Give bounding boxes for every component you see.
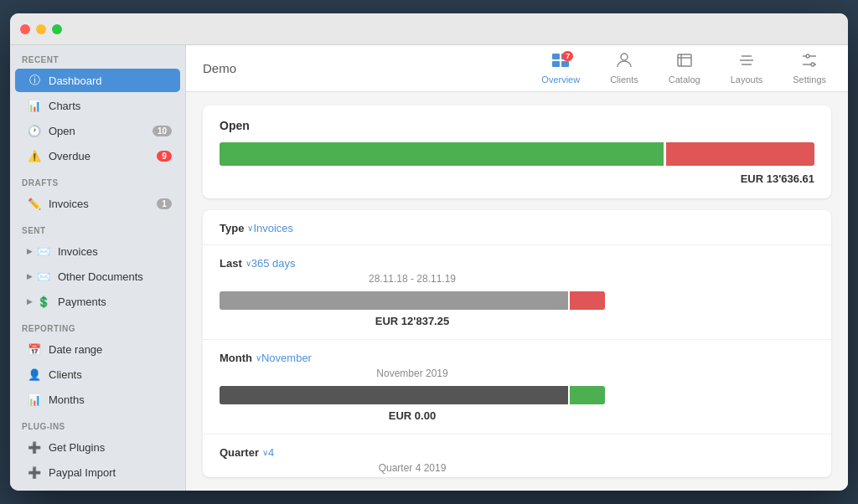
expand-arrow-invoices: ▶ [27,247,33,255]
overdue-icon: ⚠️ [27,148,42,163]
layouts-icon [738,53,755,72]
sidebar-item-invoices-sent[interactable]: ▶ ✉️ Invoices [15,239,180,263]
page-title: Demo [203,61,236,75]
svg-point-4 [621,54,628,60]
drafts-label: DRAFTS [10,168,185,191]
document-icon: ✉️ [36,269,51,284]
last-chevron: ∨ [246,259,251,268]
open-badge: 10 [152,126,172,136]
titlebar [10,13,848,45]
catalog-label: Catalog [669,75,700,85]
maximize-button[interactable] [52,24,62,34]
type-label: Type [220,222,244,234]
sidebar-label-dashboard: Dashboard [49,75,172,87]
sent-label: SENT [10,216,185,239]
stat-quarter-left: Quarter ∨ 4 Quarter 4 2019 EUR 0.00 [220,446,622,477]
sidebar-item-dashboard[interactable]: ⓘ Dashboard [15,69,180,92]
nav-tabs: 7 Overview Clients [536,49,831,88]
sidebar-label-get-plugins: Get Plugins [49,441,172,454]
sidebar-item-open[interactable]: 🕐 Open 10 [15,119,180,142]
sidebar-label-charts: Charts [49,100,172,112]
sidebar-item-date-range[interactable]: 📅 Date range [15,337,180,361]
stat-month-left: Month ∨ November November 2019 EUR 0.00 [220,352,622,422]
stat-section-month: Month ∨ November November 2019 EUR 0.00 [203,340,831,435]
plugins-label: PLUG-INS [10,412,185,435]
stats-header: Type ∨ Invoices [203,210,831,245]
sidebar-item-invoices-draft[interactable]: ✏️ Invoices 1 [15,192,180,215]
month-value[interactable]: November [261,352,312,364]
open-bar-red [666,142,814,166]
last-date: 28.11.18 - 28.11.19 [220,273,605,285]
tab-overview[interactable]: 7 Overview [536,49,585,88]
sidebar-label-open: Open [49,125,152,137]
month-bar-dark [220,386,568,404]
month-bar-green [570,386,605,404]
tab-catalog[interactable]: Catalog [664,49,706,88]
payments-icon: 💲 [36,294,51,309]
sidebar-label-clients: Clients [49,368,172,381]
sidebar-item-payments[interactable]: ▶ 💲 Payments [15,290,180,313]
open-bar [220,142,814,166]
dashboard-icon: ⓘ [27,73,42,88]
sidebar-item-months[interactable]: 📊 Months [15,388,180,411]
month-chevron: ∨ [256,353,261,363]
stats-card: Type ∨ Invoices Last ∨ 365 days [203,210,831,477]
invoices-draft-badge: 1 [157,198,172,209]
months-icon: 📊 [27,392,42,407]
sidebar-item-paypal[interactable]: ➕ Paypal Import [15,460,180,484]
month-date: November 2019 [220,368,605,379]
calendar-icon: 📅 [27,342,42,357]
sidebar-label-date-range: Date range [49,343,172,356]
svg-rect-2 [552,61,560,67]
clients-nav-icon [616,53,633,72]
svg-rect-0 [552,54,560,59]
type-chevron: ∨ [247,224,253,233]
month-label: Month [220,352,252,364]
add-plugin-icon: ➕ [27,440,42,455]
minimize-button[interactable] [36,24,46,34]
month-bar [220,386,605,404]
traffic-lights [20,24,62,34]
quarter-value[interactable]: 4 [268,446,274,459]
quarter-date: Quarter 4 2019 [220,462,605,474]
clients-icon: 👤 [27,367,42,382]
tab-layouts[interactable]: Layouts [726,49,768,88]
charts-icon: 📊 [27,98,42,113]
sidebar-label-invoices-draft: Invoices [49,198,157,210]
paypal-icon: ➕ [27,465,42,480]
type-value[interactable]: Invoices [253,222,293,234]
main-content: Demo 7 [186,45,848,491]
sidebar-label-overdue: Overdue [49,150,157,162]
settings-label: Settings [793,75,826,85]
tab-clients[interactable]: Clients [605,49,644,88]
stat-section-quarter: Quarter ∨ 4 Quarter 4 2019 EUR 0.00 [203,435,831,477]
svg-rect-3 [561,61,569,67]
sidebar-item-get-plugins[interactable]: ➕ Get Plugins [15,435,180,459]
mail-icon: ✉️ [36,244,51,259]
svg-point-13 [806,54,809,58]
stat-last-left: Last ∨ 365 days 28.11.18 - 28.11.19 EUR … [220,257,622,327]
pencil-icon: ✏️ [27,196,42,211]
sidebar-label-payments: Payments [58,296,172,308]
sidebar-label-paypal: Paypal Import [49,466,172,479]
sidebar-item-other-documents[interactable]: ▶ ✉️ Other Documents [15,265,180,288]
stat-section-last: Last ∨ 365 days 28.11.18 - 28.11.19 EUR … [203,245,831,340]
open-bar-green [220,142,664,166]
settings-icon [801,53,818,72]
reporting-label: REPORTING [10,314,185,337]
app-layout: RECENT ⓘ Dashboard 📊 Charts 🕐 Open 10 ⚠️… [10,45,848,491]
sidebar-item-charts[interactable]: 📊 Charts [15,94,180,117]
sidebar: RECENT ⓘ Dashboard 📊 Charts 🕐 Open 10 ⚠️… [10,45,186,491]
open-card: Open EUR 13'636.61 [203,105,831,198]
expand-arrow-payments: ▶ [27,297,33,306]
overdue-badge: 9 [157,151,172,162]
sidebar-item-clients[interactable]: 👤 Clients [15,363,180,386]
month-amount: EUR 0.00 [220,409,605,422]
layouts-label: Layouts [731,75,763,85]
sidebar-item-overdue[interactable]: ⚠️ Overdue 9 [15,144,180,167]
last-value[interactable]: 365 days [251,257,296,270]
close-button[interactable] [20,24,30,34]
svg-point-16 [811,63,814,66]
content-area: Open EUR 13'636.61 Type ∨ Invoices [186,92,848,491]
tab-settings[interactable]: Settings [788,49,831,88]
